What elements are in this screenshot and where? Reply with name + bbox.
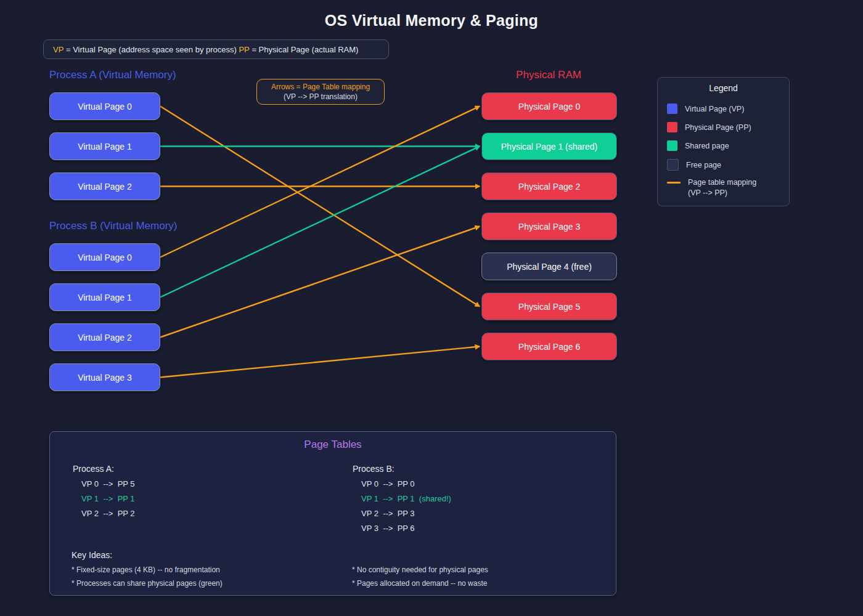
- legend-item-mapping: Page table mapping (VP --> PP): [667, 177, 756, 198]
- vp-a-2: Virtual Page 2: [49, 172, 160, 200]
- legend-panel: Legend Virtual Page (VP) Physical Page (…: [657, 77, 790, 206]
- legend-title: Legend: [658, 83, 789, 93]
- key-idea-item: * Fixed-size pages (4 KB) -- no fragment…: [72, 565, 220, 574]
- page-table-a-row: VP 2 --> PP 2: [81, 509, 135, 518]
- virtual-page-swatch-icon: [667, 103, 677, 114]
- pp-0: Physical Page 0: [481, 92, 617, 120]
- page-tables-title: Page Tables: [50, 439, 616, 451]
- pp-definition-text: = Physical Page (actual RAM): [250, 45, 359, 54]
- legend-item-label: Virtual Page (VP): [685, 105, 744, 113]
- page-table-a-row: VP 1 --> PP 1: [81, 494, 135, 503]
- page-table-a-row: VP 0 --> PP 5: [81, 479, 135, 488]
- page-table-b-row: VP 0 --> PP 0: [361, 479, 415, 488]
- mapping-arrow-vp-b-1-to-pp-1: [160, 147, 480, 298]
- arrows-note-line1: Arrows = Page Table mapping: [271, 82, 370, 92]
- physical-ram-heading: Physical RAM: [481, 69, 616, 81]
- definition-note: VP = Virtual Page (address space seen by…: [43, 39, 389, 59]
- vp-definition-text: = Virtual Page (address space seen by pr…: [63, 45, 239, 54]
- legend-item-shared-page: Shared page: [667, 140, 729, 151]
- mapping-arrow-vp-b-3-to-pp-6: [160, 347, 480, 378]
- pp-3: Physical Page 3: [481, 213, 617, 240]
- arrows-note: Arrows = Page Table mapping (VP --> PP t…: [256, 79, 385, 105]
- mapping-arrow-vp-b-0-to-pp-0: [160, 107, 480, 257]
- legend-item-virtual-page: Virtual Page (VP): [667, 103, 744, 114]
- pp-6: Physical Page 6: [481, 333, 617, 360]
- legend-item-label: Shared page: [685, 142, 729, 150]
- page-table-a-heading: Process A:: [73, 464, 114, 474]
- key-idea-item: * Processes can share physical pages (gr…: [72, 579, 223, 588]
- vp-a-1: Virtual Page 1: [49, 132, 160, 160]
- page-table-b-row: VP 2 --> PP 3: [361, 509, 415, 518]
- vp-b-2: Virtual Page 2: [49, 323, 160, 351]
- process-b-heading: Process B (Virtual Memory): [49, 220, 178, 232]
- virtual-memory-diagram: OS Virtual Memory & Paging VP = Virtual …: [0, 0, 863, 616]
- shared-page-swatch-icon: [667, 140, 677, 151]
- pp-abbreviation: PP: [239, 45, 249, 54]
- vp-b-3: Virtual Page 3: [49, 363, 160, 391]
- mapping-arrow-vp-a-0-to-pp-5: [160, 107, 480, 307]
- key-idea-item: * Pages allocated on demand -- no waste: [352, 579, 487, 588]
- mapping-line-icon: [667, 182, 681, 184]
- physical-page-swatch-icon: [667, 122, 677, 132]
- key-ideas-heading: Key Ideas:: [72, 550, 112, 560]
- pp-5: Physical Page 5: [481, 293, 617, 320]
- page-table-b-row: VP 1 --> PP 1 (shared!): [361, 494, 451, 503]
- mapping-arrow-vp-b-2-to-pp-3: [160, 227, 480, 338]
- legend-item-label2: (VP --> PP): [688, 188, 756, 198]
- page-tables-panel: Page Tables Process A: VP 0 --> PP 5 VP …: [49, 431, 616, 596]
- pp-1: Physical Page 1 (shared): [481, 132, 617, 160]
- vp-b-0: Virtual Page 0: [49, 243, 160, 271]
- legend-item-physical-page: Physical Page (PP): [667, 122, 751, 132]
- pp-2: Physical Page 2: [481, 172, 617, 200]
- vp-a-0: Virtual Page 0: [49, 92, 160, 120]
- page-title: OS Virtual Memory & Paging: [0, 12, 863, 30]
- vp-b-1: Virtual Page 1: [49, 283, 160, 311]
- page-table-b-heading: Process B:: [353, 464, 395, 474]
- pp-4: Physical Page 4 (free): [481, 253, 617, 280]
- free-page-swatch-icon: [667, 159, 679, 171]
- process-a-heading: Process A (Virtual Memory): [49, 69, 176, 81]
- key-idea-item: * No contiguity needed for physical page…: [352, 565, 488, 574]
- legend-item-label: Page table mapping: [688, 177, 756, 188]
- arrows-note-line2: (VP --> PP translation): [284, 92, 358, 102]
- page-table-b-row: VP 3 --> PP 6: [361, 524, 415, 533]
- legend-item-free-page: Free page: [667, 159, 721, 171]
- legend-item-label: Physical Page (PP): [685, 123, 751, 132]
- vp-abbreviation: VP: [53, 45, 63, 54]
- legend-item-label: Free page: [686, 161, 721, 169]
